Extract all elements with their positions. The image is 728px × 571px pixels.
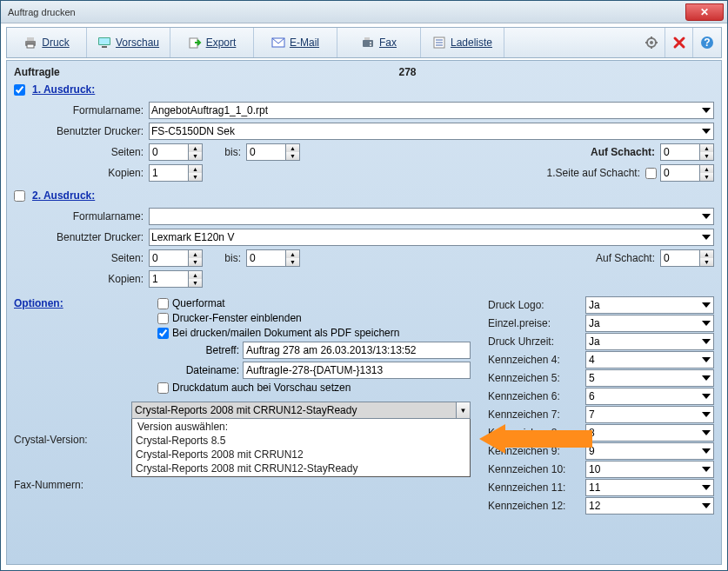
kz10-select[interactable]: 10 bbox=[585, 461, 714, 478]
svg-point-11 bbox=[370, 44, 371, 46]
help-icon: ? bbox=[700, 36, 714, 50]
preview-button[interactable]: Vorschau bbox=[87, 28, 170, 57]
crystal-option[interactable]: Crystal-Reports 8.5 bbox=[132, 434, 470, 448]
header-left: AuftragIe bbox=[14, 66, 364, 78]
header-row: AuftragIe 278 bbox=[14, 66, 714, 78]
chevron-up-icon[interactable]: ▲ bbox=[189, 144, 202, 152]
chevron-down-icon[interactable]: ▼ bbox=[456, 402, 470, 418]
help-button[interactable]: ? bbox=[693, 28, 721, 57]
kz7-label: Kennzeichen 7: bbox=[488, 408, 585, 421]
x-icon bbox=[672, 36, 686, 50]
close-button[interactable]: ✕ bbox=[685, 3, 724, 21]
kopien2-spinner[interactable]: ▲▼ bbox=[149, 270, 203, 288]
seite1sch-spinner[interactable]: ▲▼ bbox=[660, 164, 714, 182]
kz5-label: Kennzeichen 5: bbox=[488, 372, 585, 384]
druckerfenster-checkbox[interactable] bbox=[157, 313, 169, 324]
svg-rect-9 bbox=[364, 37, 370, 40]
kopien1-spinner[interactable]: ▲▼ bbox=[149, 164, 203, 182]
form1-label: Formularname: bbox=[14, 104, 149, 116]
kz11-label: Kennzeichen 11: bbox=[488, 481, 585, 494]
preise-label: Einzel.preise: bbox=[488, 317, 585, 329]
fax-button[interactable]: Fax bbox=[337, 28, 421, 57]
kz6-label: Kennzeichen 6: bbox=[488, 390, 585, 402]
printer2-select[interactable]: Lexmark E120n V bbox=[149, 229, 714, 246]
druckdatum-checkbox[interactable] bbox=[157, 382, 169, 394]
uhrzeit-label: Druck Uhrzeit: bbox=[488, 335, 585, 348]
gear-icon bbox=[645, 36, 658, 50]
kz12-label: Kennzeichen 12: bbox=[488, 500, 585, 512]
printer1-select[interactable]: FS-C5150DN Sek bbox=[149, 123, 714, 140]
form1-select[interactable]: AngebotAuftrag1_1_0.rpt bbox=[149, 102, 714, 119]
dateiname-input[interactable] bbox=[243, 362, 471, 379]
kz9-select[interactable]: 9 bbox=[585, 442, 714, 460]
crystal-version-dropdown: Version auswählen: Crystal-Reports 8.5 C… bbox=[131, 419, 471, 477]
bis2-label: bis: bbox=[203, 252, 246, 264]
seiten2-from-spinner[interactable]: ▲▼ bbox=[149, 249, 203, 267]
seite1sch-checkbox[interactable] bbox=[645, 168, 657, 179]
kz9-label: Kennzeichen 9: bbox=[488, 445, 585, 457]
section-1-title: 1. Ausdruck: bbox=[14, 83, 714, 96]
options-title: Optionen: bbox=[14, 297, 157, 309]
kz4-select[interactable]: 4 bbox=[585, 351, 714, 368]
crystal-version-select[interactable]: Crystal-Reports 2008 mit CRRUN12-StayRea… bbox=[131, 402, 471, 419]
settings-button[interactable] bbox=[638, 28, 665, 57]
seiten1-label: Seiten: bbox=[14, 146, 149, 158]
loadlist-button[interactable]: Ladeliste bbox=[421, 28, 504, 57]
printer-icon bbox=[23, 36, 37, 50]
seiten2-to-spinner[interactable]: ▲▼ bbox=[246, 249, 300, 267]
kz5-select[interactable]: 5 bbox=[585, 369, 714, 387]
logo-select[interactable]: Ja bbox=[585, 296, 714, 314]
seiten1-from-spinner[interactable]: ▲▼ bbox=[149, 143, 203, 161]
printer2-label: Benutzter Drucker: bbox=[14, 231, 149, 243]
crystal-label: Crystal-Version: bbox=[14, 434, 131, 446]
pdf-checkbox[interactable] bbox=[157, 328, 169, 339]
querformat-label: Querformat bbox=[172, 297, 225, 309]
close-icon: ✕ bbox=[700, 6, 709, 18]
svg-text:?: ? bbox=[704, 37, 710, 49]
crystal-option[interactable]: Crystal-Reports 2008 mit CRRUN12-StayRea… bbox=[132, 461, 470, 475]
svg-point-10 bbox=[370, 42, 371, 43]
crystal-option[interactable]: Crystal-Reports 2008 mit CRRUN12 bbox=[132, 448, 470, 461]
pdf-label: Bei drucken/mailen Dokument als PDF spei… bbox=[172, 327, 399, 339]
email-icon bbox=[271, 36, 285, 50]
uhrzeit-select[interactable]: Ja bbox=[585, 333, 714, 350]
kz6-select[interactable]: 6 bbox=[585, 388, 714, 405]
logo-label: Druck Logo: bbox=[488, 299, 585, 311]
kz12-select[interactable]: 12 bbox=[585, 497, 714, 515]
kz4-label: Kennzeichen 4: bbox=[488, 354, 585, 366]
print-button[interactable]: Druck bbox=[7, 28, 87, 57]
schacht1-label: Auf Schacht: bbox=[591, 146, 660, 158]
schacht2-spinner[interactable]: ▲▼ bbox=[660, 249, 714, 267]
seiten1-to-spinner[interactable]: ▲▼ bbox=[246, 143, 300, 161]
svg-rect-8 bbox=[363, 40, 373, 47]
fax-icon bbox=[361, 36, 375, 50]
bis1-label: bis: bbox=[203, 146, 246, 158]
kz8-label: Kennzeichen 8: bbox=[488, 427, 585, 439]
header-right: 278 bbox=[364, 66, 715, 78]
toolbar: Druck Vorschau Export E-Mail Fax Ladelis… bbox=[6, 27, 722, 58]
kz10-label: Kennzeichen 10: bbox=[488, 463, 585, 475]
svg-point-17 bbox=[650, 41, 653, 44]
preise-select[interactable]: Ja bbox=[585, 315, 714, 332]
druckerfenster-label: Drucker-Fenster einblenden bbox=[172, 312, 302, 324]
titlebar: Auftrag drucken ✕ bbox=[1, 1, 727, 23]
seite1sch-label: 1.Seite auf Schacht: bbox=[547, 167, 645, 179]
betreff-input[interactable] bbox=[243, 342, 471, 359]
section-2-title: 2. Ausdruck: bbox=[14, 189, 714, 202]
fax-label: Fax-Nummern: bbox=[14, 479, 131, 491]
querformat-checkbox[interactable] bbox=[157, 298, 169, 309]
kz11-select[interactable]: 11 bbox=[585, 479, 714, 496]
kz7-select[interactable]: 7 bbox=[585, 406, 714, 423]
export-button[interactable]: Export bbox=[170, 28, 254, 57]
schacht1-spinner[interactable]: ▲▼ bbox=[660, 143, 714, 161]
betreff-label: Betreff: bbox=[175, 344, 243, 356]
svg-rect-1 bbox=[27, 37, 34, 41]
email-button[interactable]: E-Mail bbox=[254, 28, 337, 57]
kopien1-label: Kopien: bbox=[14, 167, 149, 179]
print2-checkbox[interactable] bbox=[14, 190, 25, 202]
chevron-down-icon[interactable]: ▼ bbox=[189, 152, 202, 160]
form2-select[interactable] bbox=[149, 208, 714, 225]
kz8-select[interactable]: 8 bbox=[585, 424, 714, 442]
print1-checkbox[interactable] bbox=[14, 84, 25, 96]
cancel-button[interactable] bbox=[665, 28, 693, 57]
